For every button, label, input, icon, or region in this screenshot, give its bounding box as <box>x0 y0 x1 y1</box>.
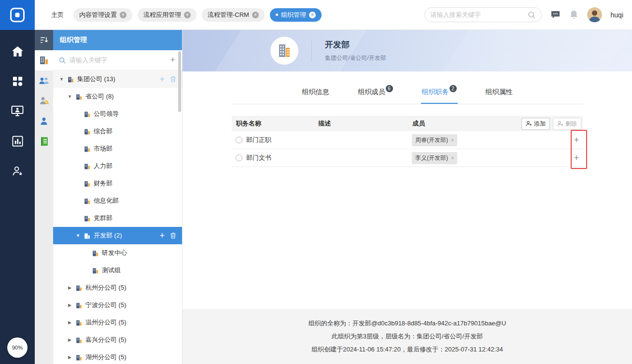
zoom-level-badge[interactable]: 90% <box>7 337 28 358</box>
notebook-icon[interactable] <box>35 131 53 152</box>
footer-level-info: 此组织为第3层级，层级名为：集团公司/省公司/开发部 <box>183 330 632 343</box>
chevron-right-icon[interactable]: ▶ <box>67 337 72 342</box>
app-logo[interactable] <box>0 0 35 30</box>
position-name: 部门正职 <box>246 136 318 144</box>
chevron-down-icon[interactable]: ▼ <box>67 94 72 99</box>
chevron-down-icon[interactable]: ▼ <box>59 77 64 82</box>
org-path: 集团公司/省公司/开发部 <box>325 54 386 62</box>
building-icon <box>84 163 90 169</box>
column-header-name: 职务名称 <box>236 119 318 128</box>
building-icon <box>76 354 82 361</box>
workspace-monitor-icon[interactable] <box>10 104 25 118</box>
org-tab[interactable]: 组织成员6 <box>357 83 394 104</box>
member-cell: 周睿(开发部)× <box>412 134 570 146</box>
org-tab[interactable]: 组织信息 <box>301 83 330 104</box>
close-icon[interactable]: × <box>184 12 191 18</box>
tab-count-badge: 6 <box>386 85 393 92</box>
chat-icon[interactable] <box>550 10 561 19</box>
close-icon[interactable]: × <box>252 12 259 18</box>
tree-item[interactable]: 信息化部 <box>53 192 182 210</box>
chevron-right-icon[interactable]: ▶ <box>67 285 72 290</box>
add-child-org-icon[interactable]: + <box>159 75 165 84</box>
tree-item[interactable]: ▶温州分公司 (5) <box>53 314 182 331</box>
username[interactable]: huqi <box>611 11 623 19</box>
building-icon <box>92 250 98 256</box>
person-icon[interactable] <box>35 111 53 131</box>
radio-button[interactable] <box>236 137 242 143</box>
add-root-org-icon[interactable]: + <box>169 55 176 65</box>
tree-item[interactable]: 测试组 <box>53 262 182 279</box>
tree-item[interactable]: ▼省公司 (8) <box>53 88 182 105</box>
table-row: 部门文书李义(开发部)×+ <box>232 149 583 167</box>
tree-item-label: 温州分公司 (5) <box>85 318 126 327</box>
remove-member-icon[interactable]: × <box>451 137 454 143</box>
group-icon[interactable] <box>35 70 53 91</box>
org-footer: 组织的全称为：开发部@d0c3b918-8d85-4bfa-942c-a17b7… <box>183 309 632 364</box>
org-building-icon[interactable] <box>35 50 53 70</box>
member-export-icon[interactable] <box>10 164 25 178</box>
delete-org-icon[interactable] <box>170 232 176 239</box>
apps-icon[interactable] <box>10 74 25 88</box>
column-header-desc: 描述 <box>318 119 412 128</box>
org-tab-label: 组织信息 <box>302 88 329 96</box>
left-rail: 90% <box>0 0 35 364</box>
user-avatar[interactable] <box>587 7 602 22</box>
add-member-button[interactable]: + <box>570 136 583 144</box>
delete-org-icon[interactable] <box>170 76 176 83</box>
tree-scrollbar-thumb[interactable] <box>178 51 181 112</box>
tree-item[interactable]: 研发中心 <box>53 244 182 262</box>
tree-item[interactable]: 市场部 <box>53 140 182 157</box>
tree-item-label: 集团公司 (13) <box>77 75 115 84</box>
chevron-right-icon[interactable]: ▶ <box>67 355 72 360</box>
org-tab-bar: 组织信息组织成员6组织职务2组织属性 <box>232 71 583 104</box>
close-icon[interactable]: × <box>120 12 126 18</box>
add-child-org-icon[interactable]: + <box>159 231 165 240</box>
search-icon[interactable] <box>528 11 535 19</box>
tree-item[interactable]: ▶嘉兴分公司 (5) <box>53 331 182 349</box>
org-tab-label: 组织属性 <box>486 88 513 96</box>
tree-item-label: 湖州分公司 (5) <box>85 353 126 362</box>
tree-item[interactable]: 公司领导 <box>53 105 182 123</box>
org-tab[interactable]: 组织职务2 <box>421 83 458 104</box>
tree-item[interactable]: ▶宁波分公司 (5) <box>53 296 182 314</box>
tree-item[interactable]: 人力部 <box>53 157 182 175</box>
tree-item-label: 测试组 <box>102 266 121 275</box>
workspace-tab[interactable]: 内容管理设置× <box>73 8 132 22</box>
workspace-tab[interactable]: 组织管理× <box>270 8 322 22</box>
remove-user-icon <box>557 121 563 126</box>
tree-item[interactable]: ▶湖州分公司 (5) <box>53 349 182 364</box>
close-icon[interactable]: × <box>309 12 316 18</box>
home-tab[interactable]: 主页 <box>51 11 64 19</box>
chevron-right-icon[interactable]: ▶ <box>67 303 72 308</box>
radio-button[interactable] <box>236 154 242 161</box>
org-tree-panel: 组织管理 + ▼集团公司 (13)+▼省公司 (8)公司领导综合部市场部人力部财… <box>53 30 183 364</box>
tree-item[interactable]: 党群部 <box>53 210 182 227</box>
member-tag: 李义(开发部)× <box>412 152 457 164</box>
tree-item[interactable]: 财务部 <box>53 175 182 192</box>
tree-item[interactable]: ▼开发部 (2)+ <box>53 227 182 244</box>
member-cell: 李义(开发部)× <box>412 152 570 164</box>
add-member-button[interactable]: + <box>570 154 583 162</box>
notification-icon[interactable] <box>569 10 578 20</box>
global-search[interactable] <box>424 7 542 22</box>
tree-search-input[interactable] <box>70 56 165 64</box>
chevron-down-icon[interactable]: ▼ <box>75 233 81 238</box>
role-key-icon[interactable] <box>35 91 53 111</box>
dashboard-chart-icon[interactable] <box>10 134 25 148</box>
workspace-tab[interactable]: 流程管理-CRM× <box>202 8 265 22</box>
remove-member-icon[interactable]: × <box>451 155 454 161</box>
delete-position-button[interactable]: 删除 <box>553 118 581 130</box>
building-icon <box>84 198 90 204</box>
global-search-input[interactable] <box>431 11 525 18</box>
chevron-right-icon[interactable]: ▶ <box>67 320 72 325</box>
home-icon[interactable] <box>10 44 25 58</box>
org-tab[interactable]: 组织属性 <box>485 83 514 104</box>
tree-item-label: 人力部 <box>94 162 112 170</box>
tree-item[interactable]: 综合部 <box>53 123 182 140</box>
sort-icon[interactable] <box>35 30 53 50</box>
app-window: 90% 主页 内容管理设置×流程应用管理×流程管理-CRM×组织管理× <box>0 0 632 364</box>
add-position-button[interactable]: 添加 <box>521 118 550 130</box>
tree-item[interactable]: ▼集团公司 (13)+ <box>53 70 182 88</box>
workspace-tab[interactable]: 流程应用管理× <box>138 8 197 22</box>
tree-item[interactable]: ▶杭州分公司 (5) <box>53 279 182 296</box>
